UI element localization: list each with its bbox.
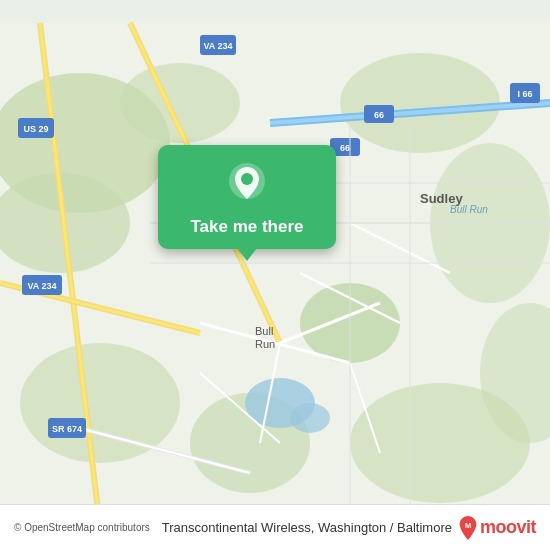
- svg-point-7: [20, 343, 180, 463]
- map-background: US 29 VA 234 66 I 66 VA 234 SR 674 66 Su…: [0, 0, 550, 550]
- svg-text:66: 66: [374, 110, 384, 120]
- svg-text:VA 234: VA 234: [203, 41, 232, 51]
- svg-text:SR 674: SR 674: [52, 424, 82, 434]
- svg-point-12: [290, 403, 330, 433]
- svg-text:US 29: US 29: [23, 124, 48, 134]
- take-me-there-label: Take me there: [190, 217, 303, 237]
- moovit-pin-icon: M: [458, 516, 478, 540]
- app-description: Transcontinental Wireless, Washington / …: [162, 520, 452, 535]
- bottom-bar: © OpenStreetMap contributors Transcontin…: [0, 504, 550, 550]
- svg-text:66: 66: [340, 143, 350, 153]
- svg-point-54: [241, 173, 253, 185]
- take-me-there-card[interactable]: Take me there: [158, 145, 336, 249]
- svg-point-4: [340, 53, 500, 153]
- svg-text:Run: Run: [255, 338, 275, 350]
- bottom-right-section: Transcontinental Wireless, Washington / …: [162, 516, 536, 540]
- svg-text:M: M: [465, 521, 471, 530]
- svg-text:VA 234: VA 234: [27, 281, 56, 291]
- moovit-brand-text: moovit: [480, 517, 536, 538]
- map-attribution: © OpenStreetMap contributors: [14, 522, 150, 533]
- svg-text:I 66: I 66: [517, 89, 532, 99]
- svg-text:Bull: Bull: [255, 325, 273, 337]
- location-pin-icon: [223, 159, 271, 207]
- map-container: US 29 VA 234 66 I 66 VA 234 SR 674 66 Su…: [0, 0, 550, 550]
- svg-text:Bull Run: Bull Run: [450, 204, 488, 215]
- moovit-logo: M moovit: [458, 516, 536, 540]
